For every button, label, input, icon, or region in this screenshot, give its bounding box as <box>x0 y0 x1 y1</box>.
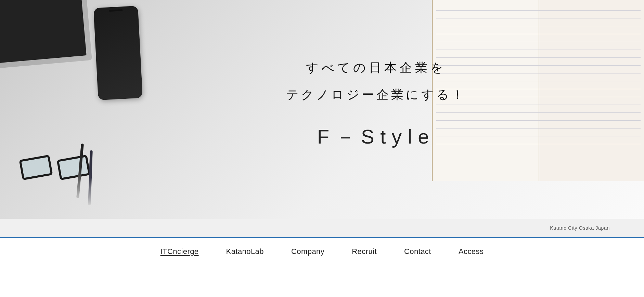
hero-tagline-2: テクノロジー企業にする！ <box>286 86 466 103</box>
nav-item-katanolab[interactable]: KatanoLab <box>226 247 264 256</box>
notebook-line <box>436 136 641 136</box>
nav-item-contact[interactable]: Contact <box>404 247 431 256</box>
notebook-line <box>436 10 641 11</box>
notebook-line <box>436 42 641 42</box>
nav-item-recruit[interactable]: Recruit <box>352 247 377 256</box>
nav-item-company[interactable]: Company <box>291 247 324 256</box>
notebook-line <box>436 128 641 129</box>
hero-section: すべての日本企業を テクノロジー企業にする！ F－Style <box>0 0 644 219</box>
notebook-line <box>436 120 641 121</box>
nav-item-access[interactable]: Access <box>459 247 484 256</box>
nav-item-itcncierge[interactable]: ITCncierge <box>160 247 199 256</box>
notebook-line <box>436 81 641 81</box>
notebook-line <box>436 105 641 105</box>
glasses-left-lens <box>19 155 53 180</box>
notebook-lines <box>436 10 641 178</box>
notebook-line <box>436 50 641 50</box>
notebook-line <box>436 97 641 97</box>
notebook-line <box>436 57 641 58</box>
notebook-line <box>436 65 641 66</box>
notebook-line <box>436 18 641 18</box>
notebook-line <box>436 73 641 73</box>
hero-tagline-1: すべての日本企業を <box>286 59 466 76</box>
notebook-line <box>436 26 641 26</box>
navigation-bar: ITCnciergeKatanoLabCompanyRecruitContact… <box>0 238 644 265</box>
notebook-line <box>436 34 641 34</box>
glasses-right-lens <box>56 155 90 180</box>
location-bar: Katano City Osaka Japan <box>0 219 644 238</box>
location-text: Katano City Osaka Japan <box>550 225 610 231</box>
hero-text-block: すべての日本企業を テクノロジー企業にする！ F－Style <box>286 59 466 150</box>
laptop-decoration <box>0 0 92 70</box>
notebook-line <box>436 89 641 89</box>
hero-brand: F－Style <box>286 124 466 150</box>
notebook-line <box>436 112 641 113</box>
notebook-line <box>436 144 641 144</box>
phone-decoration <box>93 6 143 100</box>
